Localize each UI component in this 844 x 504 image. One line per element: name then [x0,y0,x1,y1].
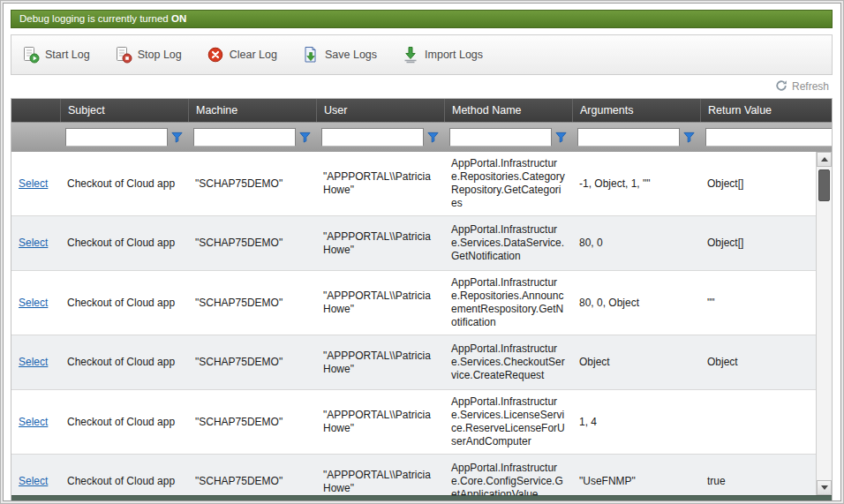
filter-input-return-value[interactable] [705,128,833,147]
cell-subject: Checkout of Cloud app [60,172,188,196]
scroll-up-button[interactable] [817,152,832,167]
scrollbar-track[interactable] [817,167,832,480]
cell-method-name: AppPortal.Infrastructure.Core.ConfigServ… [444,456,572,495]
cell-arguments: 80, 0 [572,231,700,255]
column-header-arguments: Arguments [572,99,700,122]
filter-input-subject[interactable] [65,128,168,147]
cell-return-value: "" [700,291,816,315]
column-header-return-value: Return Value [700,99,832,122]
cell-user: "APPPORTAL\\PatriciaHowe" [316,225,444,262]
start-log-label: Start Log [45,49,90,61]
filter-funnel-icon[interactable] [683,132,695,143]
cell-user: "APPPORTAL\\PatriciaHowe" [316,284,444,321]
cell-select: Select [11,350,60,374]
table-header: Subject Machine User Method Name Argumen… [11,99,832,122]
clear-log-icon [207,46,224,64]
cell-method-name: AppPortal.Infrastructure.Repositories.Ca… [444,152,572,215]
filter-funnel-icon[interactable] [171,132,183,143]
refresh-button[interactable]: Refresh [775,79,829,94]
select-link[interactable]: Select [19,177,48,190]
table-row: Select Checkout of Cloud app "SCHAP75DEM… [11,390,816,455]
cell-arguments: -1, Object, 1, "" [572,172,700,196]
cell-return-value: Object[] [700,231,816,255]
column-header-method-name: Method Name [444,99,572,122]
select-link[interactable]: Select [19,356,48,368]
vertical-scrollbar[interactable] [816,152,832,495]
clear-log-label: Clear Log [230,49,277,61]
cell-arguments: Object [572,350,700,374]
filter-input-user[interactable] [321,128,424,147]
select-link[interactable]: Select [19,297,48,309]
cell-return-value: true [700,470,816,493]
filter-funnel-icon[interactable] [299,132,311,143]
table-body: Select Checkout of Cloud app "SCHAP75DEM… [11,152,832,495]
filter-funnel-icon[interactable] [427,132,439,143]
table-row: Select Checkout of Cloud app "SCHAP75DEM… [11,455,816,495]
grid-rows: Select Checkout of Cloud app "SCHAP75DEM… [11,152,816,495]
start-log-icon [22,46,40,64]
log-grid: Subject Machine User Method Name Argumen… [11,98,833,500]
cell-method-name: AppPortal.Infrastructure.Services.DataSe… [444,218,572,268]
import-logs-label: Import Logs [425,49,483,61]
cell-subject: Checkout of Cloud app [60,350,188,374]
table-row: Select Checkout of Cloud app "SCHAP75DEM… [11,152,816,216]
arrow-down-icon [821,485,828,490]
column-header-select [11,99,60,122]
start-log-button[interactable]: Start Log [22,46,90,64]
banner-text: Debug logging is currently turned [19,13,169,24]
cell-select: Select [11,291,60,315]
import-logs-button[interactable]: Import Logs [402,46,483,64]
stop-log-label: Stop Log [138,49,182,61]
cell-return-value [700,417,816,427]
cell-machine: "SCHAP75DEMO" [188,350,316,374]
column-header-subject: Subject [60,99,188,122]
cell-machine: "SCHAP75DEMO" [188,291,316,315]
import-logs-icon [402,46,419,64]
select-link[interactable]: Select [19,237,48,249]
select-link[interactable]: Select [19,416,48,428]
cell-machine: "SCHAP75DEMO" [188,470,316,493]
save-logs-icon [302,46,320,64]
filter-funnel-icon[interactable] [555,132,567,143]
cell-arguments: 80, 0, Object [572,291,700,315]
cell-select: Select [11,231,60,255]
filter-input-method-name[interactable] [449,128,552,147]
refresh-bar: Refresh [11,75,833,98]
select-link[interactable]: Select [19,475,48,487]
cell-return-value: Object [700,350,816,374]
filter-input-machine[interactable] [193,128,296,147]
filter-cell-empty [11,126,60,148]
cell-user: "APPPORTAL\\PatriciaHowe" [316,165,444,202]
banner-state: ON [171,13,186,24]
filter-input-arguments[interactable] [577,128,680,147]
column-header-machine: Machine [188,99,316,122]
horizontal-scrollbar[interactable] [11,495,832,500]
refresh-icon [775,79,787,94]
cell-machine: "SCHAP75DEMO" [188,172,316,196]
debug-logging-banner: Debug logging is currently turned ON [11,10,833,28]
cell-arguments: "UseFNMP" [572,470,700,493]
cell-subject: Checkout of Cloud app [60,470,188,493]
cell-method-name: AppPortal.Infrastructure.Repositories.An… [444,271,572,335]
save-logs-button[interactable]: Save Logs [302,46,377,64]
debug-log-window: Debug logging is currently turned ON Sta… [3,3,841,501]
cell-machine: "SCHAP75DEMO" [188,410,316,434]
cell-subject: Checkout of Cloud app [60,291,188,315]
spacer [11,28,833,34]
stop-log-button[interactable]: Stop Log [115,46,182,64]
scrollbar-thumb[interactable] [818,169,830,201]
cell-arguments: 1, 4 [572,410,700,434]
cell-subject: Checkout of Cloud app [60,410,188,434]
column-header-user: User [316,99,444,122]
save-logs-label: Save Logs [325,49,377,61]
cell-user: "APPPORTAL\\PatriciaHowe" [316,344,444,381]
filter-row [11,122,832,152]
refresh-label: Refresh [792,80,829,93]
cell-select: Select [11,172,60,196]
cell-subject: Checkout of Cloud app [60,231,188,255]
scroll-down-button[interactable] [817,480,832,495]
cell-return-value: Object[] [700,172,816,196]
table-row: Select Checkout of Cloud app "SCHAP75DEM… [11,335,816,390]
clear-log-button[interactable]: Clear Log [207,46,277,64]
window-frame: Debug logging is currently turned ON Sta… [0,0,844,504]
